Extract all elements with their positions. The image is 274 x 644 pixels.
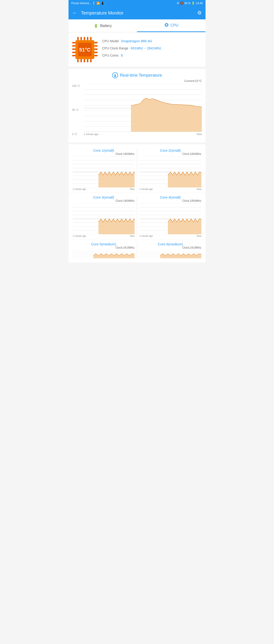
core-3-wrapper: Core 3(small) Clock:1804Mhz 1 minute ago… xyxy=(71,195,136,237)
cpu-clock-row: CPU Clock Range 691Mhz ~ 2841Mhz xyxy=(102,46,202,50)
core-4-clock: Clock:1804Mhz xyxy=(140,199,202,202)
battery-tab-label: Battery xyxy=(100,24,112,28)
core-5-wrapper: Core 5(medium) Clock:2419Mhz xyxy=(71,242,136,258)
svg-rect-24 xyxy=(72,42,75,44)
chart-y-axis: 100 °C 50 °C 0 °C xyxy=(72,84,80,136)
battery-percent: 38 % xyxy=(184,2,191,5)
core-divider-2 xyxy=(137,195,137,237)
notification-icon: ❕ xyxy=(92,2,95,5)
cores-row-3: Core 5(medium) Clock:2419Mhz Core 6(medi… xyxy=(68,240,206,260)
wifi-icon: 📶 xyxy=(96,2,100,5)
realtime-title: Real-time Temperature xyxy=(120,73,162,78)
svg-rect-22 xyxy=(87,59,88,62)
cpu-cores-row: CPU Cores 8 xyxy=(102,53,202,57)
svg-rect-19 xyxy=(77,59,79,62)
core-5-chart xyxy=(73,250,135,258)
realtime-section: Real-time Temperature Current:51°C 100 °… xyxy=(68,69,206,142)
svg-rect-14 xyxy=(77,37,79,40)
core-4-wrapper: Core 4(small) Clock:1804Mhz 1 minute ago… xyxy=(138,195,203,237)
svg-rect-29 xyxy=(94,42,98,44)
core-2-wrapper: Core 2(small) Clock:1804Mhz 1 minute ago… xyxy=(138,148,203,190)
y-max: 100 °C xyxy=(72,84,80,87)
page-title: Temperature Monitor xyxy=(81,10,197,16)
battery-icon: 🔋 xyxy=(191,2,195,5)
core-2-clock: Clock:1804Mhz xyxy=(140,152,202,156)
svg-rect-20 xyxy=(80,59,82,62)
core-6-clock: Clock:2419Mhz xyxy=(140,246,202,249)
svg-rect-25 xyxy=(72,45,75,47)
core-1-x-labels: 1 minute ago Now xyxy=(73,188,135,190)
cpu-model-label: CPU Model xyxy=(102,39,119,43)
core-1-chart xyxy=(73,156,135,188)
cpu-info-section: 51°C CPU Model Snapdragon 888 4G CPU Clo… xyxy=(68,32,206,67)
x-label-start: 1 minute ago xyxy=(84,133,98,136)
realtime-chart: 100 °C 50 °C 0 °C 1 minute ago Now xyxy=(72,84,202,142)
core-3-clock: Clock:1804Mhz xyxy=(73,199,135,202)
cpu-clock-value: 691Mhz ~ 2841Mhz xyxy=(131,46,161,50)
current-temperature: Current:51°C xyxy=(72,79,202,83)
core-4-x-labels: 1 minute ago Now xyxy=(140,235,202,237)
core-4-chart xyxy=(140,203,202,234)
core-2-chart xyxy=(140,156,202,188)
main-chart-svg xyxy=(84,84,202,132)
core-4-title: Core 4(small) xyxy=(140,195,202,199)
svg-rect-18 xyxy=(90,37,92,40)
silent-icon: 🔕 xyxy=(180,2,183,5)
cpu-model-value: Snapdragon 888 4G xyxy=(121,39,152,43)
core-divider-1 xyxy=(137,148,137,190)
core-divider-3 xyxy=(137,242,137,258)
core-2-title: Core 2(small) xyxy=(140,148,202,152)
cores-row-2: Core 3(small) Clock:1804Mhz 1 minute ago… xyxy=(68,193,206,240)
chart-x-axis: 1 minute ago Now xyxy=(84,132,202,136)
status-text: Pouze tísňová... xyxy=(71,2,91,5)
y-min: 0 °C xyxy=(72,133,80,136)
svg-rect-33 xyxy=(94,55,98,56)
svg-point-37 xyxy=(114,76,116,77)
svg-marker-79 xyxy=(98,219,135,234)
cpu-cores-label: CPU Cores xyxy=(102,54,119,57)
settings-button[interactable]: ⚙ xyxy=(197,10,202,16)
core-5-clock: Clock:2419Mhz xyxy=(73,246,135,249)
svg-rect-26 xyxy=(72,48,75,50)
core-2-x-labels: 1 minute ago Now xyxy=(140,188,202,190)
cpu-temperature-icon: 51°C xyxy=(72,37,98,62)
tab-battery[interactable]: 🔋 Battery xyxy=(68,20,137,32)
y-mid: 50 °C xyxy=(72,108,80,111)
svg-rect-15 xyxy=(80,37,82,40)
core-6-wrapper: Core 6(medium) Clock:2419Mhz xyxy=(138,242,203,258)
cpu-cores-value: 8 xyxy=(121,53,123,57)
sim-icon: 📳 xyxy=(101,2,104,5)
core-3-x-labels: 1 minute ago Now xyxy=(73,235,135,237)
core-3-chart xyxy=(73,203,135,234)
thermometer-icon xyxy=(112,72,118,78)
tab-cpu[interactable]: CPU xyxy=(137,20,206,32)
core-5-title: Core 5(medium) xyxy=(73,242,135,246)
time-display: 14:40 xyxy=(196,2,203,5)
core-1-wrapper: Core 1(small) Clock:1804Mhz 1 minute ago… xyxy=(71,148,136,190)
status-left: Pouze tísňová... ❕ 📶 📳 xyxy=(71,2,104,5)
svg-marker-59 xyxy=(98,172,135,188)
svg-rect-28 xyxy=(72,55,75,56)
cpu-details: CPU Model Snapdragon 888 4G CPU Clock Ra… xyxy=(102,39,202,60)
realtime-header: Real-time Temperature xyxy=(72,72,202,78)
cores-row-1: Core 1(small) Clock:1804Mhz 1 minute ago… xyxy=(68,146,206,193)
svg-rect-31 xyxy=(94,48,98,50)
cpu-model-row: CPU Model Snapdragon 888 4G xyxy=(102,39,202,43)
cpu-clock-label: CPU Clock Range xyxy=(102,46,128,50)
svg-text:51°C: 51°C xyxy=(79,47,90,53)
svg-rect-27 xyxy=(72,52,75,53)
core-6-title: Core 6(medium) xyxy=(140,242,202,246)
cores-container: Core 1(small) Clock:1804Mhz 1 minute ago… xyxy=(68,144,206,263)
cpu-tab-label: CPU xyxy=(171,23,179,28)
core-3-title: Core 3(small) xyxy=(73,195,135,199)
back-button[interactable]: ← xyxy=(72,10,77,16)
status-right: N 🔕 38 % 🔋 14:40 xyxy=(177,2,203,5)
core-1-title: Core 1(small) xyxy=(73,148,135,152)
svg-rect-1 xyxy=(166,24,167,26)
top-bar: ← Temperature Monitor ⚙ xyxy=(68,6,206,20)
nfc-icon: N xyxy=(177,2,179,5)
svg-rect-32 xyxy=(94,52,98,53)
battery-tab-icon: 🔋 xyxy=(94,24,98,28)
tab-bar: 🔋 Battery CPU xyxy=(68,20,206,32)
svg-rect-23 xyxy=(90,59,92,62)
